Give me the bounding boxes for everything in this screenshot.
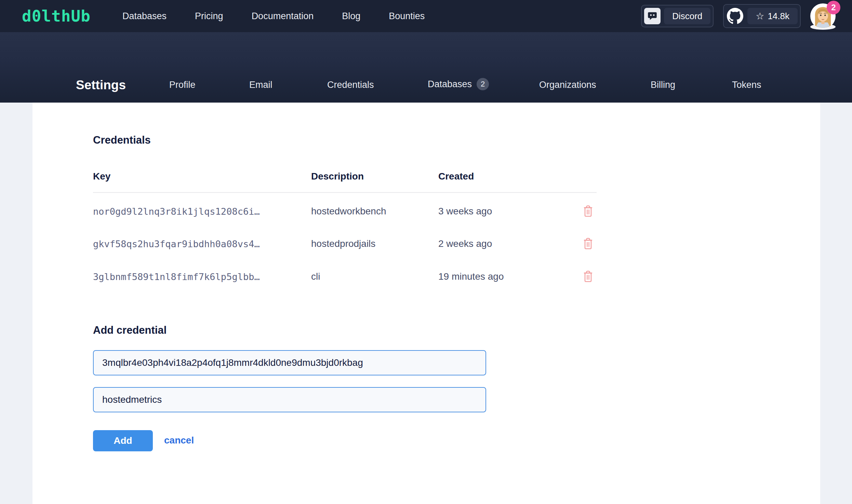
credential-description-input[interactable] — [93, 387, 486, 412]
table-header-divider — [93, 192, 597, 193]
star-icon: ☆ — [756, 11, 764, 22]
credential-key-input[interactable] — [93, 350, 486, 375]
notification-badge[interactable]: 2 — [827, 1, 840, 14]
delete-credential-button[interactable] — [582, 205, 594, 218]
top-navbar: d0lthUb Databases Pricing Documentation … — [0, 0, 852, 32]
nav-link-documentation[interactable]: Documentation — [252, 11, 314, 22]
page-title: Settings — [76, 78, 126, 92]
credential-description: cli — [311, 271, 438, 282]
credential-description: hostedworkbench — [311, 206, 438, 217]
discord-button-label: Discord — [664, 8, 710, 24]
column-header-description: Description — [311, 171, 364, 182]
dolthub-settings-page: d0lthUb Databases Pricing Documentation … — [0, 0, 852, 504]
tab-profile[interactable]: Profile — [169, 80, 196, 90]
navbar-right-section: Discord ☆ 14.8k — [641, 0, 836, 32]
tab-tokens[interactable]: Tokens — [732, 80, 761, 90]
cancel-link[interactable]: cancel — [164, 435, 194, 446]
credential-row: nor0gd9l2lnq3r8ik1jlqs1208c6i… hostedwor… — [93, 200, 597, 222]
settings-header: Settings Profile Email Credentials Datab… — [0, 32, 852, 103]
tab-organizations[interactable]: Organizations — [539, 80, 596, 90]
tab-billing[interactable]: Billing — [651, 80, 675, 90]
tab-email[interactable]: Email — [249, 80, 272, 90]
credential-key: nor0gd9l2lnq3r8ik1jlqs1208c6i… — [93, 206, 311, 217]
credential-created: 19 minutes ago — [438, 271, 504, 282]
avatar-image — [810, 24, 836, 30]
main-nav: Databases Pricing Documentation Blog Bou… — [122, 0, 425, 32]
credential-description: hostedprodjails — [311, 238, 438, 249]
nav-link-bounties[interactable]: Bounties — [389, 11, 425, 22]
delete-credential-button[interactable] — [582, 237, 594, 250]
tab-credentials[interactable]: Credentials — [327, 80, 374, 90]
discord-button[interactable]: Discord — [641, 5, 714, 27]
column-header-key: Key — [93, 171, 110, 182]
user-avatar[interactable]: 2 — [810, 3, 836, 29]
tab-databases-label: Databases — [428, 79, 472, 90]
github-icon — [726, 7, 744, 25]
credential-row: 3glbnmf589t1nl8fimf7k6lp5glbb… cli 19 mi… — [93, 266, 597, 288]
nav-link-blog[interactable]: Blog — [342, 11, 360, 22]
credential-key: gkvf58qs2hu3fqar9ibdhh0a08vs4… — [93, 239, 311, 249]
nav-link-databases[interactable]: Databases — [122, 11, 167, 22]
credentials-section-title: Credentials — [93, 134, 151, 146]
nav-link-pricing[interactable]: Pricing — [195, 11, 223, 22]
credential-created: 3 weeks ago — [438, 206, 492, 217]
credential-row: gkvf58qs2hu3fqar9ibdhh0a08vs4… hostedpro… — [93, 233, 597, 255]
tab-databases[interactable]: Databases 2 — [428, 78, 489, 90]
delete-credential-button[interactable] — [582, 270, 594, 283]
column-header-created: Created — [438, 171, 474, 182]
add-button[interactable]: Add — [93, 430, 153, 451]
github-star-button[interactable]: ☆ 14.8k — [723, 4, 801, 28]
credential-created: 2 weeks ago — [438, 238, 492, 249]
github-star-count: ☆ 14.8k — [747, 8, 798, 24]
content-card: Credentials Key Description Created nor0… — [32, 103, 820, 504]
add-credential-section-title: Add credential — [93, 324, 167, 336]
discord-icon — [644, 8, 661, 24]
credential-key: 3glbnmf589t1nl8fimf7k6lp5glbb… — [93, 271, 311, 282]
star-count-value: 14.8k — [768, 11, 789, 22]
databases-count-badge: 2 — [477, 78, 489, 90]
dolthub-logo[interactable]: d0lthUb — [22, 7, 91, 25]
